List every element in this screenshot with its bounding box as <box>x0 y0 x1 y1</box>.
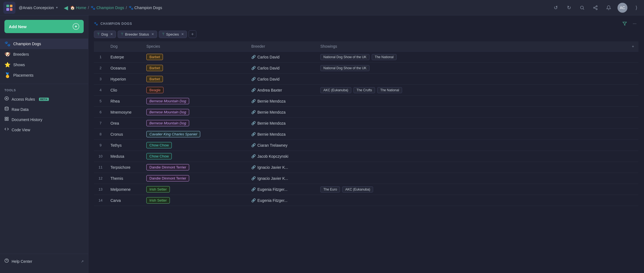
sidebar-item-help-center[interactable]: Help Center ↗ <box>0 256 88 266</box>
logo-cell-4 <box>10 8 13 11</box>
link-icon: 🔗 <box>251 132 256 136</box>
row-num: 10 <box>94 151 107 162</box>
svg-marker-16 <box>623 22 626 25</box>
species-tag: Chow Chow <box>146 142 172 148</box>
showings-cell <box>317 118 627 129</box>
topbar-actions: ↺ ↻ AC ⟩ <box>551 3 641 13</box>
svg-point-8 <box>6 98 7 99</box>
species-cell: Bernese Mountain Dog <box>143 118 248 129</box>
link-icon: 🔗 <box>251 110 256 114</box>
plus-icon: + <box>73 23 79 30</box>
svg-point-7 <box>5 97 8 100</box>
collapse-panel-button[interactable]: ⟩ <box>632 3 641 12</box>
dog-name: Rhea <box>107 96 143 107</box>
table-row[interactable]: 13MelpomeneIrish Setter🔗Eugenia Fitzger.… <box>94 184 638 195</box>
breeder-name: Ignacio Javier K... <box>257 176 288 181</box>
col-header-showings: Showings <box>317 41 627 52</box>
redo-button[interactable]: ↻ <box>564 3 573 12</box>
svg-rect-12 <box>5 119 6 121</box>
topbar: @Anais Concepcion ▼ ◀ 🏠 Home / 🐾 Champio… <box>0 0 644 15</box>
placements-icon: 🥇 <box>4 72 10 78</box>
paw-icon-2: 🐾 <box>129 6 133 10</box>
species-cell: Chow Chow <box>143 140 248 151</box>
showings-cell <box>317 173 627 184</box>
breadcrumb-sep-2: / <box>126 6 127 10</box>
filter-chip-dog[interactable]: ⊤ Dog ✕ <box>94 31 116 38</box>
table-row[interactable]: 4ClioBeagle🔗Andrea BaxterAKC (Eukanuba)T… <box>94 85 638 96</box>
table-row[interactable]: 1EuterpeBarbet🔗Carlos DavidNational Dog … <box>94 52 638 63</box>
filter-species-remove[interactable]: ✕ <box>181 32 184 36</box>
species-tag: Beagle <box>146 87 163 93</box>
home-icon: 🏠 <box>70 6 75 10</box>
table-row[interactable]: 10MedusaChow Chow🔗Jacob Kopczynski <box>94 151 638 162</box>
table-row[interactable]: 14CarvaIrish Setter🔗Eugenia Fitzger... <box>94 195 638 206</box>
filter-button[interactable] <box>621 20 629 28</box>
breadcrumb-home[interactable]: 🏠 Home <box>70 6 86 10</box>
species-tag: Barbet <box>146 76 163 82</box>
sidebar-nav: 🐾 Champion Dogs 🐶 Breeders ⭐ Shows 🥇 Pla… <box>0 38 88 82</box>
sidebar-item-shows[interactable]: ⭐ Shows <box>0 60 88 70</box>
table-row[interactable]: 11TerpsichoreDandie Dinmont Terrier🔗Igna… <box>94 162 638 173</box>
avatar[interactable]: AC <box>617 3 627 13</box>
add-filter-button[interactable]: + <box>189 30 196 38</box>
back-button[interactable]: ◀ <box>64 4 68 11</box>
more-options-button[interactable]: ··· <box>631 20 638 28</box>
species-tag: Bernese Mountain Dog <box>146 120 189 126</box>
col-header-num <box>94 41 107 52</box>
table-row[interactable]: 9TethysChow Chow🔗Ciaran Trelawney <box>94 140 638 151</box>
app-logo <box>3 2 15 14</box>
filter-chip-species[interactable]: ⊤ Species ✕ <box>159 31 187 38</box>
sidebar-divider <box>0 84 88 84</box>
table-row[interactable]: 3HyperionBarbet🔗Carlos David <box>94 74 638 85</box>
col-header-add[interactable]: + <box>627 41 638 52</box>
dog-name: Orea <box>107 118 143 129</box>
sidebar-bottom: Help Center ↗ <box>0 254 88 269</box>
filter-breeder-icon: ⊤ <box>121 32 123 36</box>
species-cell: Beagle <box>143 85 248 96</box>
sidebar-item-document-history[interactable]: Document History <box>0 114 88 125</box>
table-row[interactable]: 5RheaBernese Mountain Dog🔗Bernie Mendoza <box>94 96 638 107</box>
species-cell: Irish Setter <box>143 184 248 195</box>
search-button[interactable] <box>578 3 587 12</box>
filter-species-icon: ⊤ <box>162 32 165 36</box>
sidebar-item-champion-dogs[interactable]: 🐾 Champion Dogs <box>0 39 88 49</box>
table-row[interactable]: 12ThemisDandie Dinmont Terrier🔗Ignacio J… <box>94 173 638 184</box>
breeder-cell: 🔗Eugenia Fitzger... <box>248 195 317 206</box>
page-header-icon: 🐾 <box>94 22 98 26</box>
sidebar-item-placements[interactable]: 🥇 Placements <box>0 70 88 81</box>
filter-breeder-remove[interactable]: ✕ <box>151 32 154 36</box>
sidebar-item-access-rules[interactable]: Access Rules BETA <box>0 94 88 104</box>
bell-button[interactable] <box>604 3 613 12</box>
sidebar-item-code-view[interactable]: Code View <box>0 125 88 135</box>
breeder-name: Carlos David <box>257 55 279 59</box>
logo-cell-1 <box>6 5 9 7</box>
table-row[interactable]: 2OceanusBarbet🔗Carlos DavidNational Dog … <box>94 63 638 74</box>
species-tag: Bernese Mountain Dog <box>146 109 189 115</box>
link-icon: 🔗 <box>251 77 256 81</box>
row-add <box>627 96 638 107</box>
row-add <box>627 63 638 74</box>
filter-chip-breeder-status[interactable]: ⊤ Breeder Status ✕ <box>118 31 157 38</box>
external-link-icon: ↗ <box>81 259 84 263</box>
user-menu[interactable]: @Anais Concepcion ▼ <box>19 6 58 10</box>
sidebar-item-breeders[interactable]: 🐶 Breeders <box>0 49 88 60</box>
svg-line-5 <box>595 8 596 9</box>
table-row[interactable]: 8CronusCavalier King Charles Spaniel🔗Ber… <box>94 129 638 140</box>
breeder-name: Ciaran Trelawney <box>257 143 287 148</box>
shows-icon: ⭐ <box>4 62 10 68</box>
breadcrumb-champion-dogs-1[interactable]: 🐾 Champion Dogs <box>91 6 124 10</box>
table-row[interactable]: 6MnemosyneBernese Mountain Dog🔗Bernie Me… <box>94 107 638 118</box>
filter-dog-remove[interactable]: ✕ <box>110 32 113 36</box>
showings-cell: National Dog Show of the UK <box>317 63 627 74</box>
add-new-button[interactable]: Add New + <box>4 20 84 33</box>
row-num: 3 <box>94 74 107 85</box>
table-row[interactable]: 7OreaBernese Mountain Dog🔗Bernie Mendoza <box>94 118 638 129</box>
content-area: 🐾 CHAMPION DOGS ··· ⊤ Dog ✕ ⊤ Br <box>88 15 644 273</box>
sidebar-item-raw-data[interactable]: Raw Data <box>0 104 88 114</box>
document-history-icon <box>4 117 9 122</box>
table-header: Dog Species Breeder Showings + <box>94 41 638 52</box>
dog-name: Mnemosyne <box>107 107 143 118</box>
undo-button[interactable]: ↺ <box>551 3 560 12</box>
share-button[interactable] <box>591 3 600 12</box>
breeder-name: Bernie Mendoza <box>257 132 286 136</box>
